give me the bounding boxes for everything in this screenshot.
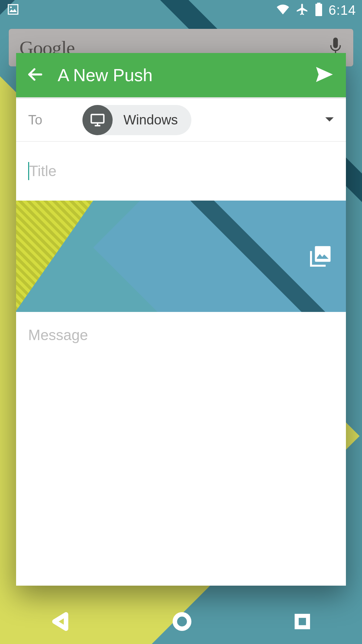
device-chip[interactable]: Windows — [82, 105, 191, 135]
title-field[interactable] — [16, 142, 346, 201]
device-chip-label: Windows — [123, 112, 178, 127]
svg-rect-4 — [297, 616, 308, 627]
status-bar: 6:14 — [0, 0, 362, 20]
popup-header: A New Push — [16, 53, 346, 97]
new-push-popup: A New Push To Windows — [16, 53, 346, 586]
image-notification-icon — [7, 3, 19, 17]
device-dropdown-button[interactable] — [324, 116, 335, 124]
message-input[interactable] — [28, 327, 334, 571]
airplane-mode-icon — [296, 3, 309, 17]
battery-icon — [314, 3, 323, 17]
svg-rect-1 — [92, 114, 104, 123]
gallery-button[interactable] — [309, 244, 333, 269]
popup-title: A New Push — [58, 65, 153, 85]
nav-recent-button[interactable] — [293, 612, 312, 633]
send-button[interactable] — [313, 64, 336, 86]
nav-home-button[interactable] — [171, 611, 193, 634]
monitor-icon — [82, 105, 113, 135]
attachment-preview — [16, 201, 346, 312]
nav-back-button[interactable] — [50, 611, 71, 634]
system-nav-bar — [0, 600, 362, 644]
wifi-icon — [276, 3, 290, 17]
back-button[interactable] — [26, 65, 44, 85]
to-label: To — [28, 112, 42, 127]
svg-point-0 — [10, 6, 12, 8]
svg-rect-2 — [315, 246, 331, 262]
title-input[interactable] — [29, 163, 334, 179]
message-field[interactable] — [16, 312, 346, 586]
svg-point-3 — [175, 614, 189, 629]
clock: 6:14 — [328, 3, 356, 18]
to-row: To Windows — [16, 97, 346, 142]
